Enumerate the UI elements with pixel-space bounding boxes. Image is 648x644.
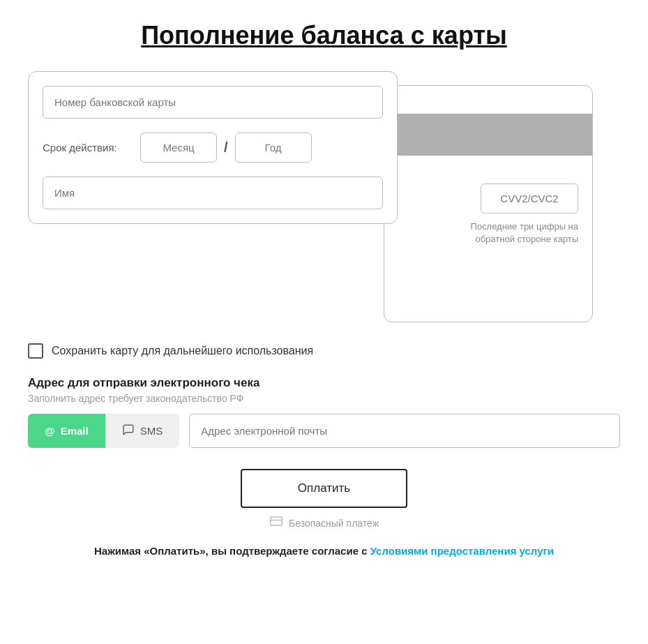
receipt-subtitle: Заполнить адрес требует законодательство… [28, 393, 620, 404]
month-input[interactable] [140, 133, 217, 163]
receipt-section: Адрес для отправки электронного чека Зап… [28, 376, 620, 448]
card-back-form: Последние три цифры на обратной стороне … [384, 85, 593, 322]
terms-link[interactable]: Условиями предоставления услуги [370, 545, 554, 557]
secure-icon [269, 515, 283, 531]
email-button[interactable]: @ Email [28, 414, 105, 448]
email-button-label: Email [61, 425, 89, 437]
cvv-section: Последние три цифры на обратной стороне … [384, 170, 592, 260]
expiry-row: Срок действия: / [43, 133, 383, 163]
cvv-input[interactable] [481, 184, 578, 214]
card-number-field [43, 86, 383, 119]
save-card-checkbox[interactable] [28, 343, 43, 359]
year-input[interactable] [235, 133, 312, 163]
email-address-input[interactable] [189, 414, 620, 448]
pay-button[interactable]: Оплатить [241, 469, 407, 508]
terms-text: Нажимая «Оплатить», вы подтверждаете сог… [94, 545, 370, 557]
name-field [43, 177, 383, 209]
card-form-wrapper: Срок действия: / Последние три цифры на … [28, 71, 620, 322]
page-title: Пополнение баланса с карты [28, 21, 620, 50]
secure-payment-label: Безопасный платеж [289, 518, 379, 529]
at-icon: @ [45, 425, 55, 437]
card-number-input[interactable] [43, 86, 383, 119]
expiry-slash: / [224, 140, 228, 156]
name-input[interactable] [43, 177, 383, 209]
save-card-label: Сохранить карту для дальнейшего использо… [52, 345, 313, 357]
secure-payment-row: Безопасный платеж [269, 515, 379, 531]
contact-method-row: @ Email SMS [28, 414, 620, 448]
expiry-label: Срок действия: [43, 142, 133, 153]
magnetic-stripe [384, 114, 592, 156]
terms-row: Нажимая «Оплатить», вы подтверждаете сог… [28, 545, 620, 557]
sms-button[interactable]: SMS [105, 414, 180, 448]
pay-button-section: Оплатить Безопасный платеж [28, 469, 620, 531]
cvv-description: Последние три цифры на обратной стороне … [453, 220, 578, 246]
sms-icon [122, 424, 135, 438]
svg-rect-0 [271, 517, 282, 525]
save-card-row: Сохранить карту для дальнейшего использо… [28, 343, 620, 359]
receipt-title: Адрес для отправки электронного чека [28, 376, 620, 390]
card-front-form: Срок действия: / [28, 71, 398, 224]
sms-button-label: SMS [140, 425, 163, 437]
